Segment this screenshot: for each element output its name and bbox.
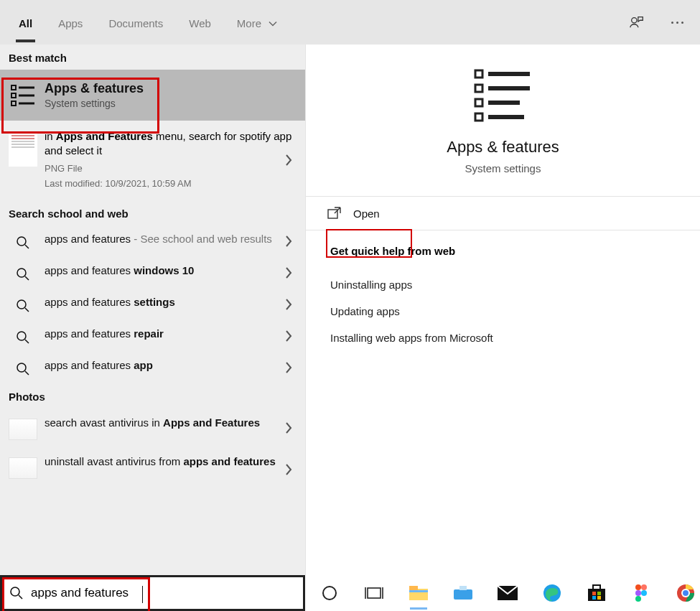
svg-line-27 [19, 595, 22, 599]
result-subtitle: System settings [45, 98, 297, 109]
web-result[interactable]: apps and features - See school and web r… [0, 225, 305, 257]
help-link[interactable]: Installing web apps from Microsoft [330, 325, 676, 351]
svg-rect-22 [488, 86, 530, 90]
preview-app-icon [323, 67, 683, 123]
svg-rect-19 [475, 99, 482, 106]
svg-rect-21 [488, 72, 530, 76]
search-icon [9, 233, 37, 250]
tab-documents[interactable]: Documents [95, 3, 176, 42]
chevron-right-icon [285, 235, 292, 247]
file-thumbnail-icon [9, 129, 37, 167]
figma-icon[interactable] [630, 582, 653, 605]
chrome-browser-icon[interactable] [674, 582, 697, 605]
web-result-text: apps and features windows 10 [45, 264, 297, 276]
svg-rect-23 [488, 101, 520, 105]
svg-rect-40 [593, 585, 600, 589]
svg-rect-24 [488, 115, 524, 119]
photo-result[interactable]: search avast antivirus in Apps and Featu… [0, 409, 305, 447]
web-result-text: apps and features - See school and web r… [45, 233, 297, 245]
chevron-right-icon [285, 362, 292, 373]
result-file-modified: Last modified: 10/9/2021, 10:59 AM [45, 178, 297, 189]
svg-point-45 [635, 584, 641, 590]
feedback-icon[interactable] [627, 12, 647, 32]
svg-rect-17 [475, 70, 482, 78]
web-result[interactable]: apps and features app [0, 352, 305, 383]
open-label: Open [353, 207, 380, 220]
search-box[interactable] [0, 575, 305, 611]
svg-rect-29 [368, 588, 381, 598]
svg-rect-25 [328, 210, 337, 218]
result-title: in Apps and Features menu, search for sp… [45, 129, 297, 159]
svg-point-48 [641, 590, 647, 596]
tab-apps[interactable]: Apps [45, 3, 95, 42]
web-result[interactable]: apps and features repair [0, 320, 305, 352]
search-icon [9, 359, 37, 376]
svg-point-15 [17, 363, 26, 372]
section-best-match: Best match [0, 45, 305, 70]
svg-point-9 [17, 269, 26, 277]
web-result[interactable]: apps and features settings [0, 289, 305, 320]
search-icon [9, 296, 37, 313]
svg-rect-3 [11, 101, 16, 106]
open-button[interactable]: Open [306, 197, 700, 230]
svg-line-14 [25, 340, 29, 343]
chevron-right-icon [285, 299, 292, 310]
search-icon [9, 264, 37, 281]
keyboard-app-icon[interactable] [452, 582, 475, 605]
web-result-text: apps and features settings [45, 296, 297, 308]
svg-rect-42 [597, 592, 601, 595]
web-result[interactable]: apps and features windows 10 [0, 257, 305, 289]
taskbar [305, 575, 700, 611]
search-input[interactable] [31, 577, 303, 609]
tab-all[interactable]: All [6, 3, 45, 42]
photo-result-text: uninstall avast antivirus from apps and … [45, 454, 297, 469]
svg-rect-41 [592, 592, 596, 595]
result-file-png[interactable]: in Apps and Features menu, search for sp… [0, 121, 305, 200]
tab-web[interactable]: Web [176, 3, 224, 42]
help-link[interactable]: Uninstalling apps [330, 271, 676, 298]
tab-more-label: More [237, 17, 261, 29]
photo-result[interactable]: uninstall avast antivirus from apps and … [0, 447, 305, 492]
search-icon [9, 327, 37, 345]
settings-list-icon [9, 81, 37, 107]
svg-line-10 [25, 276, 29, 280]
chevron-right-icon [285, 330, 292, 342]
result-title: Apps & features [45, 81, 297, 96]
svg-rect-2 [11, 93, 16, 98]
web-result-text: apps and features repair [45, 327, 297, 340]
preview-title: Apps & features [323, 138, 683, 157]
chevron-right-icon [285, 464, 292, 475]
svg-rect-43 [592, 596, 596, 600]
svg-point-7 [17, 237, 26, 246]
svg-point-13 [17, 332, 26, 340]
svg-line-12 [25, 308, 29, 312]
help-link[interactable]: Updating apps [330, 298, 676, 325]
microsoft-store-icon[interactable] [585, 582, 608, 605]
svg-rect-33 [409, 586, 418, 590]
search-icon [2, 586, 31, 600]
svg-point-52 [683, 590, 689, 596]
svg-rect-34 [409, 590, 428, 592]
section-search-web: Search school and web [0, 200, 305, 225]
svg-rect-39 [588, 589, 605, 601]
tab-more[interactable]: More [224, 3, 290, 42]
photo-thumbnail-icon [9, 454, 37, 479]
preview-pane: Apps & features System settings Open Get… [305, 45, 700, 611]
more-options-icon[interactable] [667, 12, 687, 32]
chevron-down-icon [269, 21, 277, 27]
task-view-icon[interactable] [363, 582, 386, 605]
chevron-right-icon [285, 154, 292, 166]
mail-icon[interactable] [496, 582, 519, 605]
cortana-icon[interactable] [318, 582, 341, 605]
svg-point-11 [17, 300, 26, 309]
svg-point-26 [11, 587, 19, 596]
section-photos: Photos [0, 383, 305, 409]
result-apps-and-features[interactable]: Apps & features System settings [0, 70, 305, 121]
svg-line-16 [25, 371, 29, 375]
file-explorer-icon[interactable] [407, 582, 430, 605]
text-caret [142, 586, 143, 603]
svg-rect-44 [597, 596, 601, 600]
edge-browser-icon[interactable] [541, 582, 564, 605]
svg-rect-36 [459, 586, 467, 590]
chevron-right-icon [285, 422, 292, 434]
